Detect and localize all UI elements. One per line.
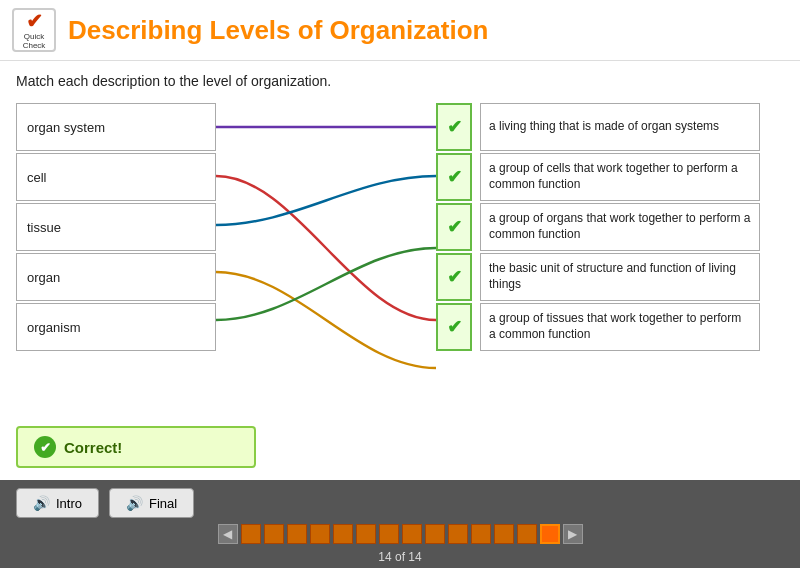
next-page-button[interactable]: ▶ — [563, 524, 583, 544]
desc-box-3: a group of organs that work together to … — [480, 203, 760, 251]
intro-label: Intro — [56, 496, 82, 511]
check-1: ✔ — [436, 103, 472, 151]
matching-area: organ system cell tissue organ organism — [16, 103, 784, 416]
bottom-navigation: 🔊 Intro 🔊 Final ◀ ▶ 14 of 14 — [0, 480, 800, 568]
page-5[interactable] — [333, 524, 353, 544]
header: ✔ QuickCheck Describing Levels of Organi… — [0, 0, 800, 61]
prev-page-button[interactable]: ◀ — [218, 524, 238, 544]
speaker-icon-intro: 🔊 — [33, 495, 50, 511]
checkmark-4: ✔ — [447, 266, 462, 288]
logo-checkmark: ✔ — [26, 9, 43, 33]
term-organ-system: organ system — [16, 103, 216, 151]
instructions-text: Match each description to the level of o… — [16, 73, 784, 89]
checkmark-1: ✔ — [447, 116, 462, 138]
page-14[interactable] — [540, 524, 560, 544]
desc-box-5: a group of tissues that work together to… — [480, 303, 760, 351]
page-7[interactable] — [379, 524, 399, 544]
intro-button[interactable]: 🔊 Intro — [16, 488, 99, 518]
term-organ: organ — [16, 253, 216, 301]
correct-banner: ✔ Correct! — [16, 426, 256, 468]
page-4[interactable] — [310, 524, 330, 544]
nav-buttons-row: 🔊 Intro 🔊 Final — [16, 488, 194, 518]
page-6[interactable] — [356, 524, 376, 544]
speaker-icon-final: 🔊 — [126, 495, 143, 511]
page-count-display: 14 of 14 — [378, 550, 421, 564]
desc-box-4: the basic unit of structure and function… — [480, 253, 760, 301]
page-11[interactable] — [471, 524, 491, 544]
logo: ✔ QuickCheck — [12, 8, 56, 52]
descriptions-column: a living thing that is made of organ sys… — [480, 103, 760, 353]
page-2[interactable] — [264, 524, 284, 544]
page-12[interactable] — [494, 524, 514, 544]
page-13[interactable] — [517, 524, 537, 544]
right-side: ✔ ✔ ✔ ✔ ✔ a living thing that is made of… — [436, 103, 760, 353]
check-3: ✔ — [436, 203, 472, 251]
pagination-bar: ◀ ▶ — [218, 524, 583, 544]
page-9[interactable] — [425, 524, 445, 544]
logo-text: QuickCheck — [23, 33, 46, 51]
check-2: ✔ — [436, 153, 472, 201]
check-5: ✔ — [436, 303, 472, 351]
checkmark-5: ✔ — [447, 316, 462, 338]
desc-box-1: a living thing that is made of organ sys… — [480, 103, 760, 151]
desc-box-2: a group of cells that work together to p… — [480, 153, 760, 201]
check-column: ✔ ✔ ✔ ✔ ✔ — [436, 103, 476, 353]
page-1[interactable] — [241, 524, 261, 544]
terms-column: organ system cell tissue organ organism — [16, 103, 216, 353]
term-tissue: tissue — [16, 203, 216, 251]
main-content: Match each description to the level of o… — [0, 61, 800, 480]
term-organism: organism — [16, 303, 216, 351]
page-3[interactable] — [287, 524, 307, 544]
correct-label: Correct! — [64, 439, 122, 456]
checkmark-3: ✔ — [447, 216, 462, 238]
final-button[interactable]: 🔊 Final — [109, 488, 194, 518]
term-cell: cell — [16, 153, 216, 201]
check-4: ✔ — [436, 253, 472, 301]
correct-check-icon: ✔ — [34, 436, 56, 458]
final-label: Final — [149, 496, 177, 511]
page-10[interactable] — [448, 524, 468, 544]
connecting-lines — [216, 103, 436, 397]
checkmark-2: ✔ — [447, 166, 462, 188]
page-title: Describing Levels of Organization — [68, 15, 488, 46]
page-8[interactable] — [402, 524, 422, 544]
